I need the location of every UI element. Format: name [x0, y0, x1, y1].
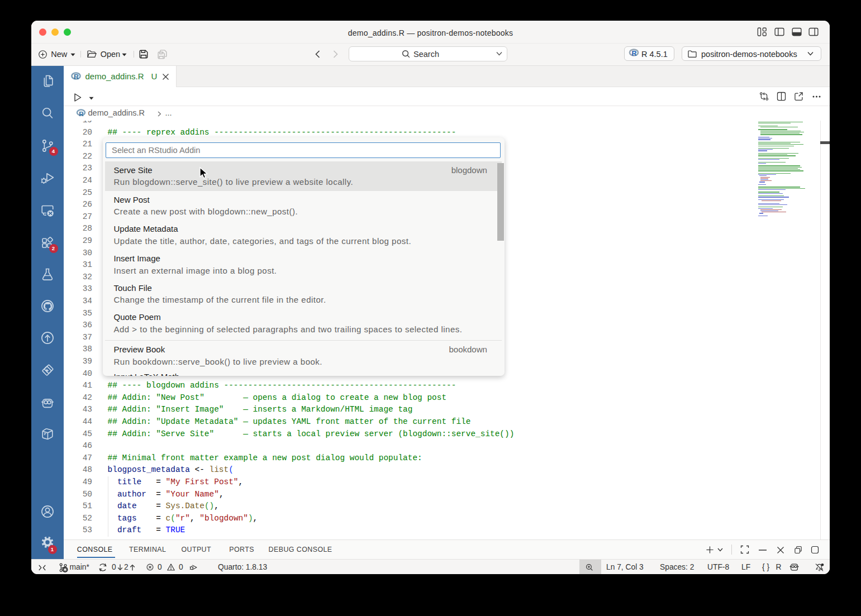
- svg-text:R: R: [74, 73, 79, 81]
- svg-text:R: R: [79, 109, 84, 117]
- svg-text:R: R: [632, 50, 637, 58]
